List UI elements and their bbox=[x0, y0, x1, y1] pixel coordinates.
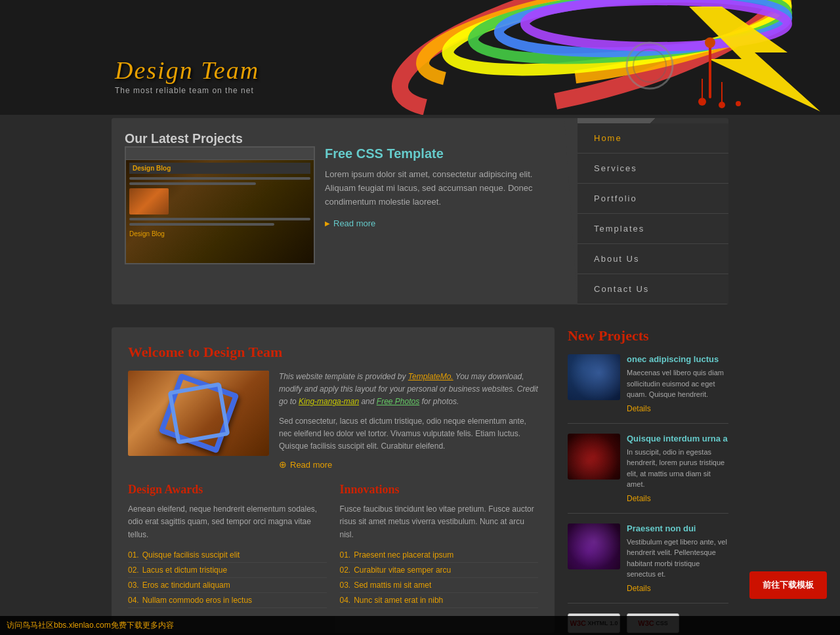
logo: Design Team The most reliable team on th… bbox=[115, 56, 259, 95]
svg-point-11 bbox=[719, 102, 725, 108]
new-project-item-1: onec adipiscing luctus Maecenas vel libe… bbox=[568, 354, 728, 424]
welcome-image bbox=[128, 371, 269, 456]
np-details-2[interactable]: Details bbox=[627, 494, 651, 503]
design-awards-title: Design Awards bbox=[128, 483, 327, 497]
svg-point-16 bbox=[705, 37, 715, 48]
chain-visual bbox=[128, 371, 269, 456]
list-text: Nunc sit amet erat in nibh bbox=[354, 596, 443, 605]
svg-point-12 bbox=[736, 101, 741, 106]
thumb-visual-purple bbox=[568, 523, 620, 569]
np-details-1[interactable]: Details bbox=[627, 404, 651, 413]
welcome-text: This website template is provided by Tem… bbox=[279, 371, 538, 470]
project-title: Free CSS Template bbox=[325, 146, 564, 161]
project-image: Design Blog Design Blog bbox=[125, 146, 315, 264]
mock-image bbox=[129, 188, 169, 215]
top-section: Our Latest Projects Design Blog Design B… bbox=[112, 118, 728, 304]
svg-rect-15 bbox=[709, 46, 711, 98]
np-body-1: Maecenas vel libero quis diam sollicitud… bbox=[627, 367, 728, 400]
footer-text: 访问鸟马社区bbs.xlenlao.com免费下载更多内容 bbox=[7, 621, 174, 630]
link-templatemo[interactable]: TemplateMo. bbox=[408, 372, 453, 381]
list-num: 01. bbox=[340, 550, 351, 560]
design-awards-col: Design Awards Aenean eleifend, neque hen… bbox=[128, 483, 327, 608]
nav-about-us[interactable]: About Us bbox=[578, 244, 728, 274]
project-area: Design Blog Design Blog Free CSS Templat… bbox=[125, 146, 564, 264]
nav-templates[interactable]: Templates bbox=[578, 214, 728, 244]
mock-label: Design Blog bbox=[129, 230, 310, 237]
innovations-title: Innovations bbox=[340, 483, 539, 497]
list-item: 02.Curabitur vitae semper arcu bbox=[340, 563, 539, 578]
np-title-1[interactable]: onec adipiscing luctus bbox=[627, 354, 728, 364]
mock-line-4 bbox=[129, 223, 274, 226]
list-num: 03. bbox=[340, 581, 351, 590]
welcome-area: This website template is provided by Tem… bbox=[128, 371, 538, 470]
list-item: 03.Sed mattis mi sit amet bbox=[340, 578, 539, 593]
np-details-3[interactable]: Details bbox=[627, 584, 651, 593]
np-title-2[interactable]: Quisque interdum urna a bbox=[627, 434, 728, 443]
link-photos[interactable]: Free Photos bbox=[377, 397, 419, 406]
nav-home[interactable]: Home bbox=[578, 123, 728, 154]
site-title: Design Team bbox=[115, 56, 259, 85]
new-project-item-2: Quisque interdum urna a In suscipit, odi… bbox=[568, 434, 728, 514]
welcome-italic: This website template is provided by Tem… bbox=[279, 371, 538, 409]
list-item: 03.Eros ac tincidunt aliquam bbox=[128, 578, 327, 593]
nav-contact-us[interactable]: Contact Us bbox=[578, 274, 728, 304]
project-text: Free CSS Template Lorem ipsum dolor sit … bbox=[325, 146, 564, 264]
np-body-2: In suscipit, odio in egestas hendrerit, … bbox=[627, 447, 728, 490]
spacer bbox=[112, 304, 728, 314]
list-num: 04. bbox=[340, 596, 351, 605]
italic-3: and bbox=[361, 397, 374, 406]
download-button[interactable]: 前往下载模板 bbox=[749, 571, 827, 599]
list-item: 01.Quisque facilisis suscipit elit bbox=[128, 548, 327, 563]
svg-point-10 bbox=[698, 98, 706, 106]
right-nav: Home Services Portfolio Templates About … bbox=[578, 118, 728, 304]
project-info-3: Praesent non dui Vestibulum eget libero … bbox=[627, 523, 728, 593]
project-thumb-1 bbox=[568, 354, 620, 400]
list-item: 01.Praesent nec placerat ipsum bbox=[340, 548, 539, 563]
welcome-body: Sed consectetur, lacus et dictum tristiq… bbox=[279, 415, 538, 453]
welcome-read-more[interactable]: Read more bbox=[279, 459, 538, 470]
design-awards-list: 01.Quisque facilisis suscipit elit 02.La… bbox=[128, 548, 327, 608]
site-tagline: The most reliable team on the net bbox=[115, 86, 259, 95]
new-projects-title: New Projects bbox=[568, 327, 728, 344]
list-text: Quisque facilisis suscipit elit bbox=[142, 550, 240, 560]
mock-blog-header: Design Blog bbox=[129, 163, 310, 174]
main-bottom: Welcome to Design Team This website temp… bbox=[112, 327, 555, 633]
mock-line-1 bbox=[129, 177, 310, 180]
bottom-section: Welcome to Design Team This website temp… bbox=[112, 327, 728, 633]
latest-projects-title: Our Latest Projects bbox=[125, 131, 564, 146]
header-art bbox=[328, 0, 840, 115]
list-num: 02. bbox=[128, 565, 139, 575]
list-num: 01. bbox=[128, 550, 139, 560]
mock-line-2 bbox=[129, 182, 256, 185]
browser-mockup: Design Blog Design Blog bbox=[126, 148, 314, 263]
header: Design Team The most reliable team on th… bbox=[0, 0, 840, 115]
main-wrapper: Our Latest Projects Design Blog Design B… bbox=[112, 118, 728, 635]
innovations-list: 01.Praesent nec placerat ipsum 02.Curabi… bbox=[340, 548, 539, 608]
welcome-title: Welcome to Design Team bbox=[128, 344, 538, 361]
project-thumb-2 bbox=[568, 434, 620, 480]
list-item: 02.Lacus et dictum tristique bbox=[128, 563, 327, 578]
nav-top-deco bbox=[578, 118, 728, 123]
project-body: Lorem ipsum dolor sit amet, consectetur … bbox=[325, 168, 564, 209]
project-info-1: onec adipiscing luctus Maecenas vel libe… bbox=[627, 354, 728, 413]
mock-line-3 bbox=[129, 218, 310, 220]
nav-services[interactable]: Services bbox=[578, 154, 728, 184]
list-num: 04. bbox=[128, 596, 139, 605]
list-text: Lacus et dictum tristique bbox=[142, 565, 227, 575]
list-text: Praesent nec placerat ipsum bbox=[354, 550, 453, 560]
list-item: 04.Nullam commodo eros in lectus bbox=[128, 593, 327, 608]
list-item: 04.Nunc sit amet erat in nibh bbox=[340, 593, 539, 608]
link-king[interactable]: King-manga-man bbox=[299, 397, 359, 406]
new-project-item-3: Praesent non dui Vestibulum eget libero … bbox=[568, 523, 728, 604]
project-thumb-3 bbox=[568, 523, 620, 569]
innovations-body: Fusce faucibus tincidunt leo vitae preti… bbox=[340, 503, 539, 541]
innovations-col: Innovations Fusce faucibus tincidunt leo… bbox=[340, 483, 539, 608]
np-body-3: Vestibulum eget libero ante, vel hendrer… bbox=[627, 537, 728, 580]
nav-portfolio[interactable]: Portfolio bbox=[578, 184, 728, 214]
design-awards-body: Aenean eleifend, neque hendrerit element… bbox=[128, 503, 327, 541]
list-num: 03. bbox=[128, 581, 139, 590]
list-text: Sed mattis mi sit amet bbox=[354, 581, 431, 590]
project-read-more[interactable]: Read more bbox=[325, 218, 564, 228]
np-title-3[interactable]: Praesent non dui bbox=[627, 523, 728, 533]
list-text: Curabitur vitae semper arcu bbox=[354, 565, 451, 575]
